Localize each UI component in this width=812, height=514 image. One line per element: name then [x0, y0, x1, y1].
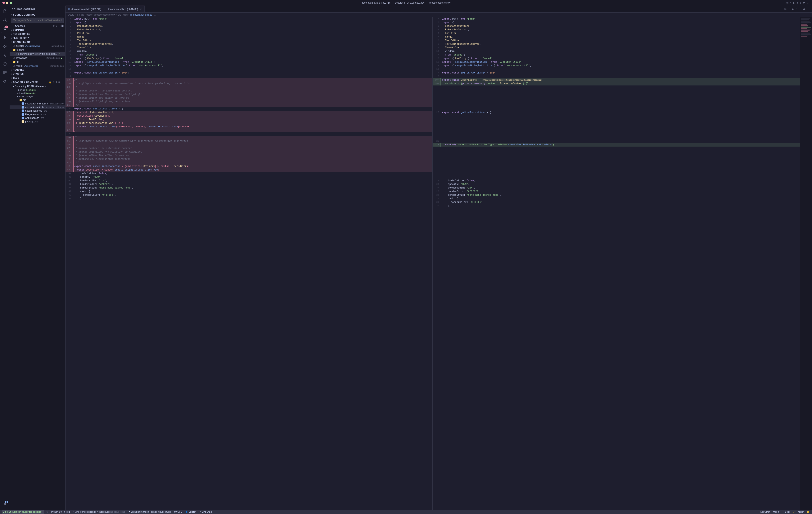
- decoration-utils-test-file[interactable]: decoration-utils.test.ts src/test/suite: [9, 102, 65, 105]
- breadcrumb-t5-icon: T5: [130, 14, 133, 16]
- branch-develop[interactable]: ⎇ develop ⇌ origin/develop • a month ago: [9, 44, 65, 48]
- close-button[interactable]: [2, 2, 5, 4]
- add-compare-icon[interactable]: +: [46, 81, 48, 84]
- git-tab-action[interactable]: ↑: [788, 7, 790, 11]
- breadcrumb-code[interactable]: code: [87, 13, 92, 16]
- refresh-compare-icon[interactable]: ↻: [56, 81, 58, 84]
- refresh-icon[interactable]: ↻: [53, 25, 55, 27]
- clear-icon[interactable]: ✕: [53, 81, 55, 84]
- git-action-icon[interactable]: ↑: [790, 1, 791, 5]
- source-control-activity-icon[interactable]: 2: [1, 25, 9, 33]
- window-title: decoration-utils.ts (f321716) ↔ decorati…: [361, 1, 451, 4]
- settings-activity-icon[interactable]: 1: [1, 500, 9, 508]
- stashes-section-header[interactable]: › STASHES: [9, 72, 65, 76]
- remote-activity-icon[interactable]: [1, 60, 9, 68]
- file-generator-file[interactable]: file-generator.ts src: [9, 113, 65, 116]
- file-history-section-header[interactable]: › FILE HISTORY: [9, 36, 65, 40]
- branches-section-header[interactable]: ▾ BRANCHES (10): [9, 40, 65, 44]
- commits-section-header[interactable]: › COMMITS: [9, 28, 65, 32]
- repositories-section-header[interactable]: › REPOSITORIES: [9, 32, 65, 36]
- nav-up-tab-action[interactable]: ↑: [795, 7, 798, 11]
- search-activity-icon[interactable]: [1, 16, 9, 24]
- search-compare-label: SEARCH & COMPARE: [13, 81, 38, 83]
- breadcrumb-current-file[interactable]: decoration-utils.ts: [133, 13, 152, 16]
- more-actions-icon[interactable]: ···: [59, 7, 63, 11]
- breadcrumb-crn[interactable]: crn-tng: [77, 13, 84, 16]
- errors-status[interactable]: ⊗ 0 ⚠ 0: [173, 511, 183, 513]
- timeline-activity-icon[interactable]: [1, 69, 9, 77]
- scm-section-header[interactable]: ▾ SOURCE CONTROL: [9, 13, 65, 17]
- jira-status[interactable]: ✦ Jira: Carsten Rösnick-Neugebauer: No a…: [72, 511, 126, 513]
- run-debug-activity-icon[interactable]: [1, 34, 9, 41]
- remotes-section-header[interactable]: › REMOTES: [9, 68, 65, 72]
- bitbucket-status[interactable]: ⚑ Bitbucket: Carsten Rösnick-Neugebauer:: [127, 511, 171, 513]
- encoding-status[interactable]: UTF-8: [773, 511, 780, 513]
- undo-icon[interactable]: ↺: [56, 25, 58, 27]
- liveshare-status[interactable]: ↗ Live Share: [199, 511, 213, 513]
- breadcrumb-src[interactable]: src: [118, 13, 121, 16]
- breadcrumb-vscode[interactable]: vscode-code-review: [94, 13, 115, 16]
- changes-row[interactable]: › Changes ↻ ↺ + 2: [9, 24, 65, 28]
- brush-activity-icon[interactable]: [1, 78, 9, 86]
- decoration-utils-file[interactable]: decoration-utils.ts src/utils ⎘ ⊕ ⊗: [9, 105, 65, 109]
- branch-icon-3: ⎇: [13, 57, 15, 59]
- branch-feature-simplify[interactable]: ⎇ feature/simplify-review-file-selection…: [9, 52, 65, 56]
- git-graph-activity-icon[interactable]: [1, 51, 9, 59]
- run-action-icon[interactable]: ▶: [793, 1, 795, 5]
- branch-throwaway[interactable]: ⎇ throwaway 2 months ago ▲+: [9, 56, 65, 60]
- package-json-file[interactable]: package.json: [9, 120, 65, 123]
- swap-icon[interactable]: ⇄: [803, 1, 805, 5]
- open-changes-icon[interactable]: ⊕: [60, 106, 61, 109]
- scm-chevron: ▾: [11, 14, 12, 16]
- branch-fix-folder[interactable]: 📁 fix: [9, 60, 65, 64]
- more-icon[interactable]: …: [807, 1, 810, 5]
- branch-master[interactable]: ⎇ master ⇌ origin/master • 2 months ago: [9, 64, 65, 68]
- search-compare-section-header[interactable]: ▾ SEARCH & COMPARE + 🔒 ✕ ↻ ⇄ ⋯: [9, 80, 65, 84]
- minimize-button[interactable]: [6, 2, 8, 4]
- tab-decoration-utils-f321716[interactable]: T5 decoration-utils.ts (f321716) ↔ decor…: [65, 6, 145, 12]
- split-editor-icon[interactable]: ⧉: [786, 1, 788, 5]
- swap-tab-action[interactable]: ⇄: [803, 7, 806, 11]
- behind-commits[interactable]: › Behind 0 commits: [9, 88, 65, 91]
- ahead-commits[interactable]: ▾ Ahead 5 commits: [9, 91, 65, 95]
- breadcrumb-users[interactable]: Users: [68, 13, 74, 16]
- export-factory-file[interactable]: export-factory.ts src: [9, 109, 65, 113]
- stashes-chevron: ›: [11, 73, 12, 75]
- breadcrumb-dots[interactable]: ...: [154, 13, 156, 16]
- lock-icon[interactable]: 🔒: [49, 81, 52, 84]
- files-changed[interactable]: ▾ 6 files changed: [9, 95, 65, 98]
- breadcrumb-utils[interactable]: utils: [123, 13, 127, 16]
- branch-status[interactable]: ⎇ feature/simplify-review-file-selection…: [2, 510, 44, 514]
- src-folder[interactable]: 📁 src: [9, 98, 65, 102]
- diff-pane-right[interactable]: 1 import path from 'path'; 2 import { 3 …: [433, 17, 800, 510]
- swap-compare-icon[interactable]: ⇄: [58, 81, 61, 84]
- nav-down-tab-action[interactable]: ↓: [799, 7, 801, 11]
- commit-message-input[interactable]: [11, 18, 64, 23]
- more-compare-icon[interactable]: ⋯: [61, 81, 64, 84]
- tags-section-header[interactable]: › TAGS: [9, 76, 65, 80]
- stash-icon[interactable]: +: [58, 25, 60, 27]
- user-status[interactable]: 👤 Carsten: [184, 511, 197, 513]
- extensions-activity-icon[interactable]: [1, 42, 9, 50]
- branch-feature-folder[interactable]: 📁 feature: [9, 48, 65, 52]
- line-27-right: 27 dark: {: [433, 197, 800, 201]
- language-status[interactable]: TypeScript: [759, 511, 771, 513]
- comparing-head-master[interactable]: ▾ Comparing HEAD with master: [9, 84, 65, 88]
- tab-close-button[interactable]: ✕: [139, 8, 142, 11]
- more-tab-action[interactable]: ⋯: [807, 7, 810, 11]
- nav-up-icon[interactable]: ↑: [797, 1, 798, 5]
- workspace-file[interactable]: workspace.ts src: [9, 116, 65, 120]
- split-view-icon[interactable]: ⧉: [784, 7, 787, 11]
- notifications-status[interactable]: 🔔: [806, 511, 810, 513]
- diff-pane-left[interactable]: 1 import path from 'path'; 2 import { 3 …: [65, 17, 432, 510]
- nav-down-icon[interactable]: ↓: [800, 1, 801, 5]
- spell-status[interactable]: ✓ Spell: [782, 511, 791, 513]
- maximize-button[interactable]: [9, 2, 12, 4]
- python-status[interactable]: Python 3.9.7 64-bit: [51, 511, 70, 513]
- sync-status[interactable]: ↻: [46, 511, 49, 513]
- copy-icon[interactable]: ⎘: [58, 106, 59, 109]
- explorer-activity-icon[interactable]: [1, 7, 9, 15]
- run-tab-action[interactable]: ▶: [791, 7, 794, 11]
- prettier-status[interactable]: ✨ Prettier: [792, 511, 804, 513]
- open-remote-icon[interactable]: ⊗: [62, 106, 64, 109]
